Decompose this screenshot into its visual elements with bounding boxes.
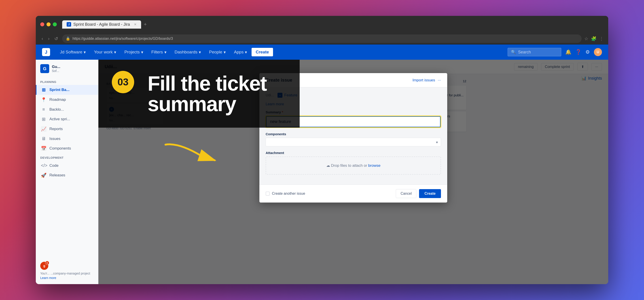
modal-header-actions: Import issues ··· [412, 78, 441, 82]
nav-right: 🔍 Search 🔔 ❓ ⚙ U [508, 48, 602, 56]
search-placeholder: Search [518, 50, 531, 54]
browser-actions: ☆ 🧩 ⋮ [584, 36, 604, 41]
attachment-drop-area[interactable]: ☁ Drop files to attach or browse [266, 156, 441, 174]
chevron-down-icon: ▾ [84, 50, 86, 55]
sidebar-item-issues[interactable]: 🖥 Issues [36, 134, 98, 144]
board-area: Udii... remaining Complete sprint ⬆ ··· … [98, 60, 608, 284]
project-info: Gu... Sof... [52, 64, 60, 73]
components-field: Components ▾ [266, 132, 441, 146]
sidebar-item-active-sprint[interactable]: ⊞ Active spri... [36, 114, 98, 124]
sidebar-item-label: Reports [50, 127, 63, 131]
address-bar[interactable]: 🔒 https://guidde.atlassian.net/jira/soft… [62, 34, 582, 43]
modal-more-button[interactable]: ··· [438, 78, 441, 82]
sidebar-item-label: Releases [50, 173, 65, 178]
nav-item-people[interactable]: People ▾ [206, 48, 230, 56]
callout-overlay: 03 Fill the ticket summary [98, 60, 300, 128]
browser-nav: ‹ › ↺ [40, 35, 60, 42]
star-icon[interactable]: ☆ [584, 36, 588, 41]
roadmap-icon: 📍 [41, 97, 46, 102]
active-sprint-icon: ⊞ [41, 116, 46, 122]
extensions-icon[interactable]: 🧩 [591, 36, 596, 41]
components-label: Components [266, 132, 441, 136]
nav-items: Jd Software ▾ Your work ▾ Projects ▾ Fil… [56, 48, 508, 56]
create-another-row: Create another issue [266, 192, 305, 196]
sidebar-item-backlog[interactable]: ≡ Backlo... [36, 104, 98, 114]
create-button[interactable]: Create [252, 48, 273, 56]
chevron-down-icon: ▾ [224, 50, 226, 55]
create-button[interactable]: Create [419, 189, 441, 198]
modal-footer: Create another issue Cancel Create [260, 184, 447, 202]
new-tab-button[interactable]: + [142, 20, 148, 28]
callout-text: Fill the ticket summary [148, 73, 282, 114]
sidebar-item-releases[interactable]: 🚀 Releases [36, 170, 98, 180]
planning-label: PLANNING [36, 78, 98, 85]
nav-item-jd-software[interactable]: Jd Software ▾ [56, 48, 90, 56]
cancel-button[interactable]: Cancel [396, 189, 416, 198]
menu-icon[interactable]: ⋮ [599, 36, 604, 41]
app-content: J Jd Software ▾ Your work ▾ Projects ▾ F… [36, 44, 608, 284]
active-tab[interactable]: J Sprint Board - Agile Board - Jira ✕ [62, 20, 141, 28]
sidebar-item-roadmap[interactable]: 📍 Roadmap [36, 95, 98, 104]
sidebar-item-label: Components [50, 146, 71, 151]
minimize-button[interactable] [46, 22, 50, 26]
drop-files-text: Drop files to attach or [331, 164, 367, 168]
tab-title: Sprint Board - Agile Board - Jira [73, 22, 130, 27]
sidebar-item-sprint-board[interactable]: ⊞ Sprint Ba... [36, 85, 98, 95]
browser-chrome: J Sprint Board - Agile Board - Jira ✕ + [36, 16, 608, 33]
import-issues-button[interactable]: Import issues [412, 78, 435, 82]
sidebar-item-reports[interactable]: 📈 Reports [36, 124, 98, 134]
nav-item-label: Filters [152, 50, 163, 54]
learn-more-link[interactable]: Learn more [40, 276, 94, 280]
settings-icon[interactable]: ⚙ [586, 49, 590, 55]
nav-item-label: Apps [234, 50, 244, 54]
create-label: Create [256, 50, 269, 54]
nav-item-projects[interactable]: Projects ▾ [121, 48, 147, 56]
sidebar-item-components[interactable]: 📅 Components [36, 144, 98, 153]
forward-button[interactable]: › [47, 35, 51, 42]
nav-item-filters[interactable]: Filters ▾ [148, 48, 170, 56]
tab-favicon: J [67, 22, 71, 26]
tab-bar: J Sprint Board - Agile Board - Jira ✕ + [62, 20, 604, 28]
issues-icon: 🖥 [41, 136, 46, 141]
chevron-down-icon: ▾ [199, 50, 201, 55]
create-another-checkbox[interactable] [266, 192, 270, 196]
reload-button[interactable]: ↺ [53, 35, 60, 42]
project-name: Gu... [52, 64, 60, 69]
callout-number: 03 [112, 71, 134, 93]
user-bottom-avatar: g 6 [40, 262, 48, 270]
upload-cloud-icon: ☁ [326, 164, 330, 168]
nav-item-dashboards[interactable]: Dashboards ▾ [171, 48, 204, 56]
tab-close-icon[interactable]: ✕ [134, 22, 137, 26]
address-bar-row: ‹ › ↺ 🔒 https://guidde.atlassian.net/jir… [36, 33, 608, 44]
nav-item-your-work[interactable]: Your work ▾ [90, 48, 120, 56]
nav-item-apps[interactable]: Apps ▾ [230, 48, 251, 56]
close-button[interactable] [40, 22, 44, 26]
nav-item-label: People [209, 50, 222, 54]
callout-line2: summary [148, 92, 236, 115]
traffic-lights [40, 22, 57, 26]
user-avatar[interactable]: U [594, 48, 602, 56]
callout-line1: Fill the ticket [148, 72, 266, 95]
back-button[interactable]: ‹ [40, 35, 44, 42]
chevron-down-icon: ▾ [141, 50, 143, 55]
notification-badge: 6 [45, 261, 49, 265]
components-select[interactable] [266, 138, 441, 146]
notifications-icon[interactable]: 🔔 [565, 49, 571, 55]
top-nav: J Jd Software ▾ Your work ▾ Projects ▾ F… [36, 44, 608, 60]
help-icon[interactable]: ❓ [575, 49, 582, 55]
modal-actions: Cancel Create [396, 189, 441, 198]
nav-search[interactable]: 🔍 Search [508, 48, 561, 56]
maximize-button[interactable] [53, 22, 57, 26]
sidebar-project: G Gu... Sof... [36, 64, 98, 78]
chevron-down-icon: ▾ [114, 50, 116, 55]
sidebar: G Gu... Sof... PLANNING ⊞ Sprint Ba... 📍… [36, 60, 98, 284]
project-type: Sof... [52, 69, 60, 73]
attachment-field: Attachment ☁ Drop files to attach or bro… [266, 151, 441, 174]
nav-item-label: Projects [124, 50, 140, 54]
releases-icon: 🚀 [41, 172, 46, 178]
sidebar-item-code[interactable]: </> Code [36, 161, 98, 170]
browse-link[interactable]: browse [368, 164, 380, 168]
sprint-board-icon: ⊞ [41, 87, 46, 92]
backlog-icon: ≡ [41, 107, 46, 112]
components-icon: 📅 [41, 146, 46, 151]
